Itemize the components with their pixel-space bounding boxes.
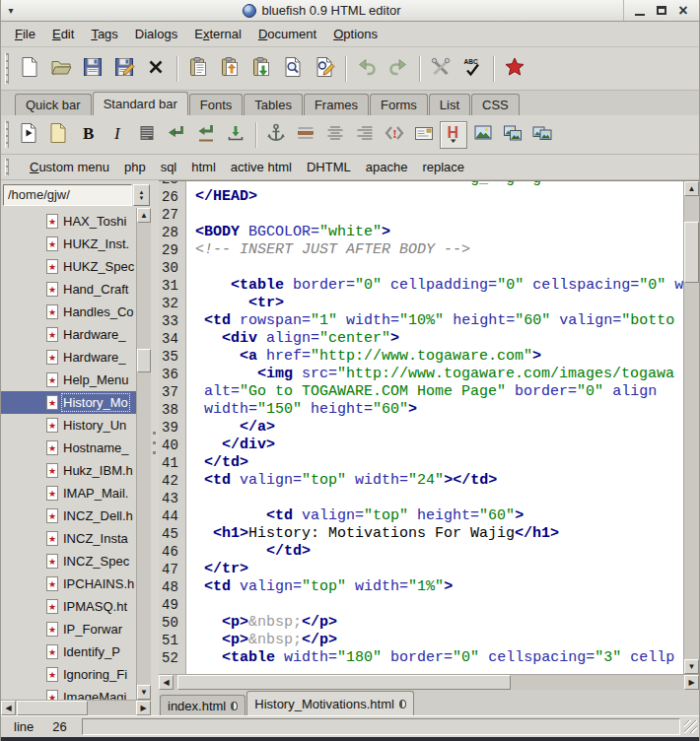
editor-scroll-left-button[interactable]: ◀ <box>159 675 174 690</box>
code-line[interactable]: 35 <a href="http://www.togaware.com"> <box>159 348 683 366</box>
undo-button[interactable] <box>352 53 382 85</box>
spell-check-button[interactable]: ABC <box>457 53 487 85</box>
editor-scroll-track[interactable] <box>684 196 699 659</box>
code-line[interactable]: 29<!-- INSERT JUST AFTER BODY --> <box>159 241 683 259</box>
file-item-hardware[interactable]: ★Hardware_ <box>1 346 136 369</box>
file-item-hukz-ibm-h[interactable]: ★Hukz_IBM.h <box>1 459 136 482</box>
filelist-scroll-down-button[interactable]: ▼ <box>137 685 151 700</box>
anchor-button[interactable] <box>262 121 290 149</box>
file-item-ipmasq-ht[interactable]: ★IPMASQ.ht <box>1 595 136 618</box>
save-button[interactable] <box>78 53 107 85</box>
right-justify-button[interactable] <box>351 121 379 149</box>
code-line[interactable]: 49 <box>159 596 683 614</box>
directory-spinner[interactable]: ▲▼ <box>133 184 150 206</box>
preferences-button[interactable] <box>426 53 455 85</box>
code-line[interactable]: 40 </div> <box>159 437 683 454</box>
file-item-hardware[interactable]: ★Hardware_ <box>1 323 136 346</box>
close-button[interactable]: × <box>675 3 691 19</box>
editor-hscroll-track[interactable] <box>174 675 684 690</box>
file-item-ipchains-h[interactable]: ★IPCHAINS.h <box>1 573 136 595</box>
rule-button[interactable] <box>292 121 319 149</box>
custom-menu-custom-menu[interactable]: Custom menu <box>30 160 109 174</box>
file-item-imagemagi[interactable]: ★ImageMagi <box>1 686 136 700</box>
code-line[interactable]: 32 <tr> <box>159 295 683 312</box>
maximize-button[interactable] <box>654 3 669 19</box>
redo-button[interactable] <box>384 53 413 85</box>
custom-menu-active-html[interactable]: active html <box>231 160 292 174</box>
code-line[interactable]: 39 </a> <box>159 419 683 437</box>
tab-forms[interactable]: Forms <box>370 94 428 115</box>
heading-button[interactable]: H <box>440 121 467 149</box>
code-line[interactable]: 46 </td> <box>159 543 683 561</box>
italic-button[interactable]: I <box>104 121 131 149</box>
code-viewport[interactable]: 25 g_ g g26</HEAD>2728<BODY BGCOLOR="whi… <box>159 181 683 674</box>
file-item-identify-p[interactable]: ★Identify_P <box>1 640 136 663</box>
file-item-ip-forwar[interactable]: ★IP_Forwar <box>1 618 136 640</box>
cut-button[interactable] <box>215 53 245 85</box>
toolbar-drag-handle[interactable] <box>5 53 9 83</box>
window-menu-icon[interactable]: ▾ <box>1 5 21 16</box>
file-item-history-un[interactable]: ★History_Un <box>1 414 136 437</box>
code-line[interactable]: 45 <h1>History: Motivations For Wajig</h… <box>159 525 683 543</box>
directory-path-input[interactable] <box>3 184 132 206</box>
resize-grip[interactable] <box>684 720 697 733</box>
code-line[interactable]: 51 <p>&nbsp;</p> <box>159 632 683 649</box>
find-replace-button[interactable] <box>310 53 339 85</box>
thumbnail-button[interactable] <box>499 121 526 149</box>
menu-document[interactable]: Document <box>258 27 316 41</box>
file-item-hukz-inst[interactable]: ★HUKZ_Inst. <box>1 233 136 255</box>
file-item-ignoring-fi[interactable]: ★Ignoring_Fi <box>1 663 136 686</box>
code-line[interactable]: 26</HEAD> <box>159 188 683 206</box>
file-item-incz-dell-h[interactable]: ★INCZ_Dell.h <box>1 505 136 527</box>
pane-splitter[interactable] <box>151 180 159 715</box>
code-line[interactable]: 28<BODY BGCOLOR="white"> <box>159 224 683 241</box>
file-item-hukz-spec[interactable]: ★HUKZ_Spec <box>1 255 136 278</box>
file-item-hostname[interactable]: ★Hostname_ <box>1 437 136 459</box>
filelist-scroll-right-button[interactable]: ▶ <box>136 701 151 715</box>
custom-menu-html[interactable]: html <box>191 160 216 174</box>
email-button[interactable] <box>410 121 438 149</box>
new-button[interactable] <box>15 53 44 85</box>
code-line[interactable]: 48 <td valign="top" width="1%"> <box>159 578 683 596</box>
file-item-history-mo[interactable]: ★History_Mo <box>1 391 136 414</box>
toolbar-drag-handle[interactable] <box>5 159 9 176</box>
minimize-button[interactable] <box>632 3 648 19</box>
code-line[interactable]: 41 </td> <box>159 454 683 472</box>
doc-tab-index-html[interactable]: index.html <box>160 695 245 715</box>
menu-file[interactable]: File <box>15 27 35 41</box>
menu-edit[interactable]: Edit <box>52 27 74 41</box>
find-button[interactable] <box>278 53 308 85</box>
code-line[interactable]: 36 <img src="http://www.togaware.com/ima… <box>159 366 683 383</box>
tab-frames[interactable]: Frames <box>304 94 369 115</box>
filelist-scroll-track[interactable] <box>137 223 151 685</box>
tab-fonts[interactable]: Fonts <box>189 94 244 115</box>
paste-button[interactable] <box>246 53 276 85</box>
code-line[interactable]: 47 </tr> <box>159 561 683 578</box>
doc-tab-history-motivations-html[interactable]: History_Motivations.html <box>246 691 414 715</box>
code-line[interactable]: 34 <div align="center"> <box>159 330 683 348</box>
file-item-hand-craft[interactable]: ★Hand_Craft <box>1 278 136 301</box>
break-button[interactable] <box>163 121 190 149</box>
tab-tables[interactable]: Tables <box>244 94 303 115</box>
file-item-incz-spec[interactable]: ★INCZ_Spec <box>1 550 136 573</box>
menu-external[interactable]: External <box>194 27 242 41</box>
save-as-button[interactable] <box>109 53 139 85</box>
image-button[interactable] <box>469 121 497 149</box>
body-button[interactable] <box>44 121 72 149</box>
open-button[interactable] <box>46 53 76 85</box>
filelist-hscroll-thumb[interactable] <box>17 701 88 715</box>
center-button[interactable] <box>321 121 349 149</box>
code-line[interactable]: 31 <table border="0" cellpadding="0" cel… <box>159 277 683 295</box>
copy-button[interactable] <box>183 53 213 85</box>
code-line[interactable]: 30 <box>159 259 683 277</box>
code-line[interactable]: 37 alt="Go to TOGAWARE.COM Home Page" bo… <box>159 383 683 401</box>
non-breaking-space-button[interactable] <box>222 121 249 149</box>
project-button[interactable] <box>500 53 529 85</box>
menu-tags[interactable]: Tags <box>91 27 117 41</box>
comment-button[interactable]: ! <box>381 121 408 149</box>
custom-menu-php[interactable]: php <box>124 160 146 174</box>
menu-dialogs[interactable]: Dialogs <box>135 27 177 41</box>
custom-menu-apache[interactable]: apache <box>366 160 408 174</box>
paragraph-button[interactable] <box>133 121 161 149</box>
editor-scroll-up-button[interactable]: ▲ <box>684 181 699 196</box>
